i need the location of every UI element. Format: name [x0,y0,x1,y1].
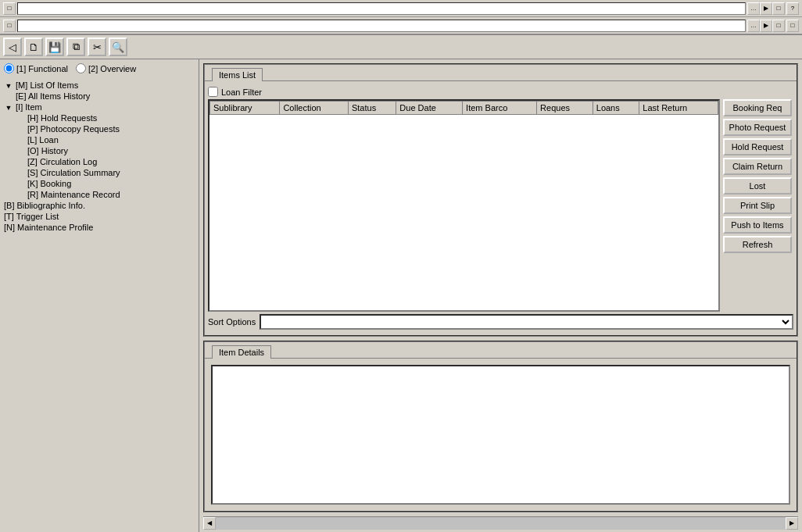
lost-button[interactable]: Lost [723,177,792,195]
tree-label: [O] History [27,146,68,155]
hscroll-right-arrow[interactable]: ▶ [786,517,798,530]
dots-btn2[interactable]: … [747,20,760,32]
sidebar-item-circulation-summary[interactable]: [S] Circulation Summary [4,167,195,178]
sidebar-item-item[interactable]: ▼ [I] Item [4,102,195,112]
loan-filter-checkbox[interactable] [208,87,218,97]
details-textarea-wrapper [211,365,790,505]
small-icon-btn1[interactable]: □ [3,2,16,15]
items-list-panel: Items List Loan Filter Sublibrary [203,63,798,337]
item-details-inner [208,362,793,508]
sidebar-item-circulation-log[interactable]: [Z] Circulation Log [4,156,195,167]
refresh-button[interactable]: Refresh [723,236,792,253]
sidebar-item-maintenance-record[interactable]: [R] Maintenance Record [4,189,195,200]
overview-tab-label: [2] Overview [88,64,136,73]
dots-btn1[interactable]: … [747,2,760,15]
scissors-icon[interactable]: ✂ [88,37,106,56]
tree-label: [Z] Circulation Log [27,157,97,166]
tree-label: [E] All Items History [16,91,90,101]
col-sublibrary: Sublibrary [210,102,280,115]
window-btn-help1[interactable]: ? [786,2,799,15]
col-collection: Collection [280,102,349,115]
top-toolbar-row1: □ … ▶ □ ? [0,0,802,17]
overview-tab[interactable]: [2] Overview [76,63,136,73]
icon-toolbar: ◁ 🗋 💾 ⧉ ✂ 🔍 [0,35,802,59]
sidebar-item-photocopy-requests[interactable]: [P] Photocopy Requests [4,123,195,134]
right-content: Items List Loan Filter Sublibrary [199,59,802,532]
expand-icon: ▼ [4,104,13,112]
side-buttons: Booking Req Photo Request Hold Request C… [723,99,793,312]
booking-req-button[interactable]: Booking Req [723,99,792,116]
tree-label: [R] Maintenance Record [27,190,120,199]
window-btn-restore1[interactable]: □ [772,2,785,15]
functional-tab-label: [1] Functional [16,64,68,73]
push-to-items-button[interactable]: Push to Items [723,216,792,234]
tree-label: [I] Item [16,102,42,112]
main-container: [1] Functional [2] Overview ▼ [M] List O… [0,59,802,532]
loan-filter-label: Loan Filter [221,87,262,97]
tree-label: [M] List Of Items [16,80,78,90]
items-list-tab[interactable]: Items List [212,68,263,81]
sidebar-item-booking[interactable]: [K] Booking [4,178,195,189]
tree-label: [N] Maintenance Profile [4,223,93,232]
hscroll-track[interactable] [216,517,786,530]
col-requests: Reques [537,102,593,115]
tree-label: [L] Loan [27,135,59,145]
claim-return-button[interactable]: Claim Return [723,158,792,175]
functional-tab[interactable]: [1] Functional [4,63,68,73]
expand-icon: ▼ [4,82,13,90]
tree-label: [S] Circulation Summary [27,168,120,177]
item-details-content [205,358,797,511]
top-input2[interactable] [17,20,746,32]
sidebar-item-maintenance-profile[interactable]: [N] Maintenance Profile [4,222,195,233]
page-icon[interactable]: 🗋 [24,37,43,56]
small-icon-btn2[interactable]: □ [3,20,16,32]
bottom-scrollbar: ◀ ▶ [203,516,798,529]
sidebar: [1] Functional [2] Overview ▼ [M] List O… [0,59,199,532]
print-slip-button[interactable]: Print Slip [723,197,792,214]
sidebar-item-history[interactable]: [O] History [4,145,195,156]
back-icon[interactable]: ◁ [3,37,22,56]
window-btn-min2[interactable]: □ [786,20,799,32]
tree-label: [T] Trigger List [4,212,59,221]
tree-label: [K] Booking [27,179,71,188]
sort-options-label: Sort Options [208,317,256,327]
hscroll-left-arrow[interactable]: ◀ [203,517,216,530]
sidebar-item-hold-requests[interactable]: [H] Hold Requests [4,112,195,123]
sidebar-item-loan[interactable]: [L] Loan [4,134,195,145]
item-details-textarea[interactable] [213,366,789,503]
sort-options-select[interactable] [260,314,793,330]
arrow-btn1[interactable]: ▶ [760,2,772,15]
item-details-tab[interactable]: Item Details [212,345,271,359]
photo-request-button[interactable]: Photo Request [723,119,792,136]
col-status: Status [348,102,396,115]
items-list-content: Loan Filter Sublibrary Collection Status… [205,80,797,335]
table-and-buttons: Sublibrary Collection Status Due Date It… [208,99,793,312]
loan-filter-row: Loan Filter [208,84,793,99]
sidebar-item-all-items-history[interactable]: [E] All Items History [4,91,195,102]
save-icon[interactable]: 💾 [45,37,64,56]
col-last-return: Last Return [639,102,718,115]
item-details-panel: Item Details [203,341,798,512]
sort-options-row: Sort Options [208,312,793,332]
tree-label: [P] Photocopy Requests [27,124,120,134]
window-btn-restore2[interactable]: □ [772,20,785,32]
col-due-date: Due Date [396,102,463,115]
sidebar-item-list-of-items[interactable]: ▼ [M] List Of Items [4,80,195,91]
search-icon[interactable]: 🔍 [109,37,127,56]
sidebar-item-trigger-list[interactable]: [T] Trigger List [4,211,195,222]
top-input1[interactable] [17,2,746,15]
items-table-wrapper[interactable]: Sublibrary Collection Status Due Date It… [208,99,720,312]
col-item-barcode: Item Barco [463,102,537,115]
tree-label: [B] Bibliographic Info. [4,201,85,210]
sidebar-view-tabs: [1] Functional [2] Overview [4,63,195,73]
sidebar-item-bibliographic-info[interactable]: [B] Bibliographic Info. [4,200,195,211]
col-loans: Loans [593,102,639,115]
top-toolbar-row2: □ … ▶ □ □ [0,17,802,34]
tree-label: [H] Hold Requests [27,113,97,123]
tree: ▼ [M] List Of Items [E] All Items Histor… [4,80,195,233]
items-table: Sublibrary Collection Status Due Date It… [209,101,718,115]
hold-request-button[interactable]: Hold Request [723,138,792,155]
copy-icon[interactable]: ⧉ [66,37,85,56]
arrow-btn2[interactable]: ▶ [760,20,772,32]
